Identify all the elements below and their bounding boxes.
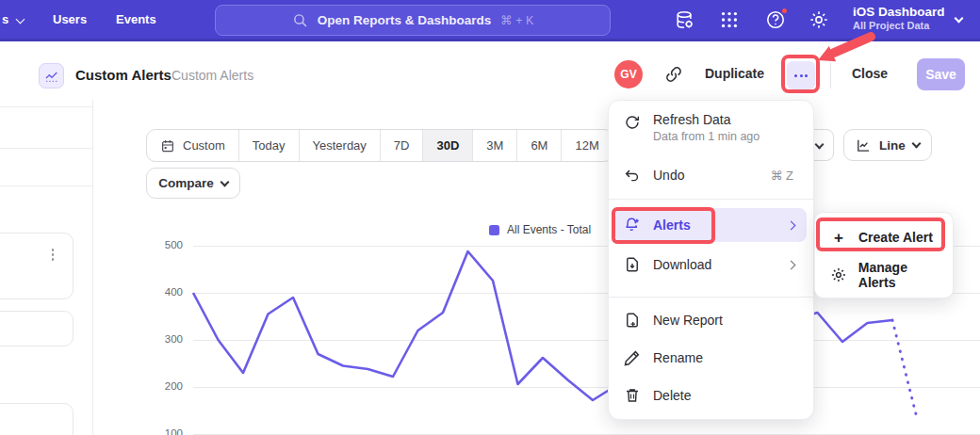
range-7d[interactable]: 7D: [380, 130, 423, 161]
download-icon: [624, 256, 641, 273]
search-placeholder: Open Reports & Dashboards: [318, 13, 492, 27]
close-button[interactable]: Close: [852, 66, 888, 81]
pencil-icon: [624, 349, 641, 366]
sidebar-divider: [0, 185, 92, 186]
menu-item-rename[interactable]: Rename: [615, 344, 807, 372]
copy-link-icon[interactable]: [664, 65, 683, 88]
menu-divider: [609, 297, 813, 298]
chevron-down-icon: [815, 140, 825, 150]
chevron-down-icon: [220, 177, 229, 186]
report-header: Custom Alerts Custom Alerts GV Duplicate…: [0, 41, 980, 100]
range-yesterday[interactable]: Yesterday: [299, 130, 380, 161]
menu-item-alerts[interactable]: Alerts: [615, 208, 807, 242]
sidebar-divider: [0, 106, 92, 107]
new-report-icon: [624, 312, 641, 329]
alerts-submenu: + Create Alert Manage Alerts: [814, 212, 954, 298]
menu-item-new-report[interactable]: New Report: [615, 306, 807, 334]
menu-item-undo[interactable]: Undo ⌘ Z: [615, 161, 807, 189]
y-axis-tick: 100: [151, 427, 183, 435]
rename-label: Rename: [653, 350, 703, 365]
help-icon[interactable]: [765, 9, 786, 30]
chart-type-label: Line: [879, 138, 906, 153]
download-label: Download: [653, 257, 711, 272]
submenu-item-manage-alerts[interactable]: Manage Alerts: [821, 257, 947, 293]
refresh-sublabel: Data from 1 min ago: [653, 130, 760, 143]
plus-icon: +: [830, 230, 847, 246]
range-6m[interactable]: 6M: [516, 130, 561, 161]
range-custom[interactable]: Custom: [147, 130, 238, 161]
chevron-down-icon: [16, 15, 25, 24]
save-button[interactable]: Save: [917, 58, 965, 90]
breadcrumb: Custom Alerts: [172, 68, 253, 83]
compare-button[interactable]: Compare: [146, 168, 240, 199]
chevron-right-icon: [787, 220, 796, 230]
global-search-button[interactable]: Open Reports & Dashboards ⌘ + K: [215, 5, 611, 36]
data-definitions-icon[interactable]: [675, 9, 695, 30]
manage-alerts-label: Manage Alerts: [858, 260, 947, 290]
delete-label: Delete: [653, 388, 691, 403]
nav-item-truncated[interactable]: s: [2, 0, 24, 39]
menu-item-download[interactable]: Download: [615, 248, 807, 282]
create-alert-label: Create Alert: [858, 230, 933, 245]
refresh-label: Refresh Data: [653, 112, 760, 127]
project-subtitle: All Project Data: [853, 20, 945, 31]
date-range-control: Custom TodayYesterday7D30D3M6M12M: [146, 129, 613, 162]
nav-item-users[interactable]: Users: [53, 0, 87, 39]
undo-shortcut: ⌘ Z: [770, 169, 793, 183]
sidebar: [0, 100, 93, 435]
calendar-icon: [160, 138, 175, 153]
undo-label: Undo: [653, 168, 684, 183]
range-custom-label: Custom: [183, 138, 225, 153]
settings-icon[interactable]: [808, 9, 829, 30]
search-shortcut: ⌘ + K: [500, 13, 533, 27]
project-switcher[interactable]: iOS Dashboard All Project Data: [853, 5, 945, 31]
range-3m[interactable]: 3M: [472, 130, 516, 161]
more-options-menu: Refresh Data Data from 1 min ago Undo ⌘ …: [608, 100, 814, 420]
line-chart-icon: [856, 137, 872, 153]
submenu-item-create-alert[interactable]: + Create Alert: [821, 219, 947, 255]
page-title: Custom Alerts: [75, 67, 172, 83]
kebab-menu-icon[interactable]: [50, 247, 57, 263]
top-navbar: s Users Events Open Reports & Dashboards…: [0, 0, 980, 41]
y-axis-tick: 200: [151, 380, 183, 392]
more-options-button[interactable]: [787, 61, 815, 89]
undo-icon: [624, 167, 641, 184]
range-30d[interactable]: 30D: [422, 130, 472, 161]
alerts-label: Alerts: [653, 218, 691, 233]
y-axis-tick: 400: [151, 286, 183, 298]
chart-type-button[interactable]: Line: [843, 129, 932, 161]
gear-icon: [830, 266, 847, 283]
sidebar-card[interactable]: [0, 311, 74, 346]
menu-item-delete[interactable]: Delete: [615, 381, 807, 410]
sidebar-card[interactable]: [0, 233, 74, 299]
compare-label: Compare: [158, 176, 214, 190]
new-report-label: New Report: [653, 313, 723, 328]
avatar[interactable]: GV: [614, 60, 643, 89]
refresh-icon: [624, 114, 641, 131]
chevron-down-icon: [911, 139, 921, 149]
range-today[interactable]: Today: [238, 130, 299, 161]
search-icon: [292, 12, 308, 28]
range-12m[interactable]: 12M: [561, 130, 612, 161]
nav-item-events[interactable]: Events: [116, 0, 156, 39]
sidebar-card[interactable]: [0, 403, 74, 435]
menu-divider: [609, 199, 813, 200]
sidebar-divider: [0, 148, 92, 149]
duplicate-button[interactable]: Duplicate: [705, 66, 764, 81]
report-type-icon: [39, 63, 64, 89]
apps-grid-icon[interactable]: [719, 9, 740, 30]
trash-icon: [624, 387, 641, 404]
series-line-dashed: [892, 320, 918, 420]
bell-plus-icon: [624, 217, 641, 234]
nav-item-truncated-label: s: [2, 12, 8, 26]
chevron-down-icon: [955, 14, 964, 24]
y-axis-tick: 300: [151, 333, 183, 345]
notification-badge: [780, 7, 789, 15]
chevron-right-icon: [787, 260, 796, 269]
header-divider: [830, 62, 831, 89]
project-title: iOS Dashboard: [853, 5, 945, 19]
y-axis-tick: 500: [151, 239, 183, 250]
menu-item-refresh-data[interactable]: Refresh Data Data from 1 min ago: [615, 108, 807, 150]
